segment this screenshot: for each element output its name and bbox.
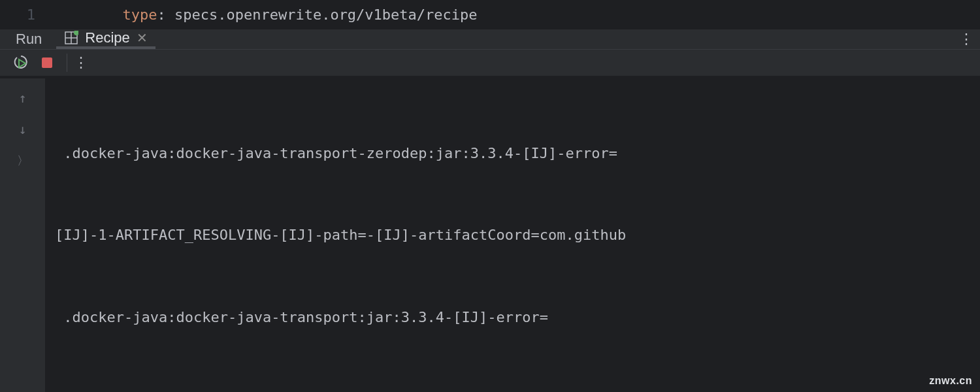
run-toolbar: ⋮ <box>0 50 980 78</box>
console-line: .docker-java:docker-java-transport:jar:3… <box>55 304 971 331</box>
watermark: znwx.cn <box>929 375 972 387</box>
code-editor[interactable]: 1 type: specs.openrewrite.org/v1beta/rec… <box>0 0 980 29</box>
console-side-toolbar: ↑ ↓ 〉 <box>0 78 46 392</box>
console-output-area: ↑ ↓ 〉 .docker-java:docker-java-transport… <box>0 78 980 392</box>
toolbar-divider <box>67 54 67 72</box>
toolbar-more-icon[interactable]: ⋮ <box>74 54 88 71</box>
panel-title: Run <box>7 31 51 48</box>
stop-button[interactable] <box>34 50 60 76</box>
console-line: [IJ]-1-ARTIFACT_RESOLVING-[IJ]-path=-[IJ… <box>55 221 971 249</box>
panel-more-icon[interactable]: ⋮ <box>959 31 973 48</box>
run-tab[interactable]: Recipe ✕ <box>56 29 155 49</box>
run-config-icon <box>64 31 78 45</box>
expand-chevron-icon[interactable]: 〉 <box>17 153 29 169</box>
close-tab-icon[interactable]: ✕ <box>137 30 148 46</box>
up-arrow-icon[interactable]: ↑ <box>18 90 26 106</box>
svg-point-3 <box>74 31 78 35</box>
run-panel-header: Run Recipe ✕ ⋮ <box>0 29 980 50</box>
tab-label: Recipe <box>85 29 129 46</box>
svg-rect-4 <box>42 57 52 68</box>
line-number: 1 <box>0 7 41 23</box>
rerun-button[interactable] <box>8 50 34 76</box>
down-arrow-icon[interactable]: ↓ <box>18 122 26 137</box>
console-output[interactable]: .docker-java:docker-java-transport-zerod… <box>46 78 980 392</box>
console-line: .docker-java:docker-java-transport-zerod… <box>55 140 971 167</box>
